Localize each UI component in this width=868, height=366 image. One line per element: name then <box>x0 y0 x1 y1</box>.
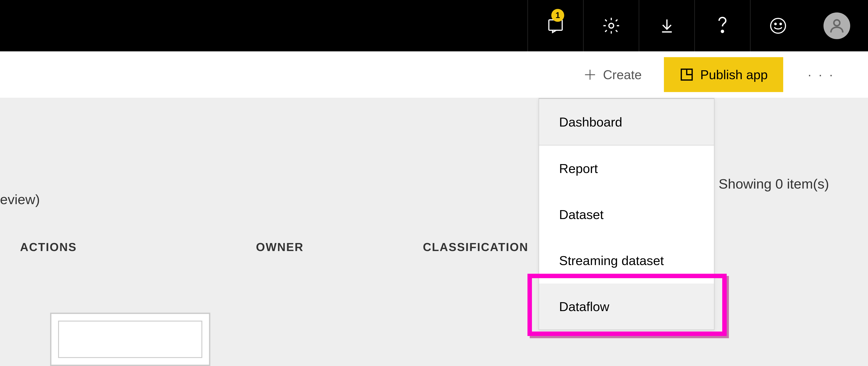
svg-point-3 <box>771 18 786 33</box>
feedback-button[interactable] <box>750 0 806 52</box>
content-area: eview) Showing 0 item(s) ACTIONS OWNER C… <box>0 98 868 366</box>
settings-button[interactable] <box>583 0 639 52</box>
notifications-button[interactable]: 1 <box>527 0 583 52</box>
column-owner: OWNER <box>256 240 304 254</box>
dropdown-item-dashboard[interactable]: Dashboard <box>539 99 714 145</box>
ellipsis-icon: · · · <box>808 67 835 82</box>
dropdown-item-dataflow[interactable]: Dataflow <box>539 284 714 330</box>
card-inner-frame <box>58 321 202 358</box>
help-button[interactable] <box>694 0 750 52</box>
create-button[interactable]: Create <box>570 58 655 91</box>
partial-label: eview) <box>0 192 40 207</box>
svg-point-2 <box>721 30 723 32</box>
download-button[interactable] <box>639 0 694 52</box>
svg-point-1 <box>609 23 613 28</box>
notification-badge: 1 <box>551 9 564 22</box>
action-bar: Create Publish app · · · <box>0 52 868 98</box>
dropdown-item-report[interactable]: Report <box>539 145 714 192</box>
create-label: Create <box>603 67 642 82</box>
profile-button[interactable] <box>806 0 868 52</box>
column-classification: CLASSIFICATION <box>423 240 528 254</box>
top-nav-bar: 1 <box>0 0 868 52</box>
create-dropdown: Dashboard Report Dataset Streaming datas… <box>538 98 714 330</box>
publish-label: Publish app <box>700 67 768 82</box>
plus-icon <box>583 68 597 81</box>
dropdown-item-streaming-dataset[interactable]: Streaming dataset <box>539 237 714 284</box>
app-icon <box>680 67 694 82</box>
column-actions: ACTIONS <box>20 240 77 254</box>
dropdown-item-dataset[interactable]: Dataset <box>539 192 714 237</box>
svg-point-6 <box>834 20 840 26</box>
svg-point-4 <box>775 23 776 25</box>
avatar-icon <box>824 12 850 39</box>
svg-point-5 <box>780 23 781 25</box>
more-options-button[interactable]: · · · <box>803 67 839 82</box>
content-card-placeholder <box>50 313 210 366</box>
publish-app-button[interactable]: Publish app <box>664 57 783 92</box>
item-count-label: Showing 0 item(s) <box>719 176 829 192</box>
